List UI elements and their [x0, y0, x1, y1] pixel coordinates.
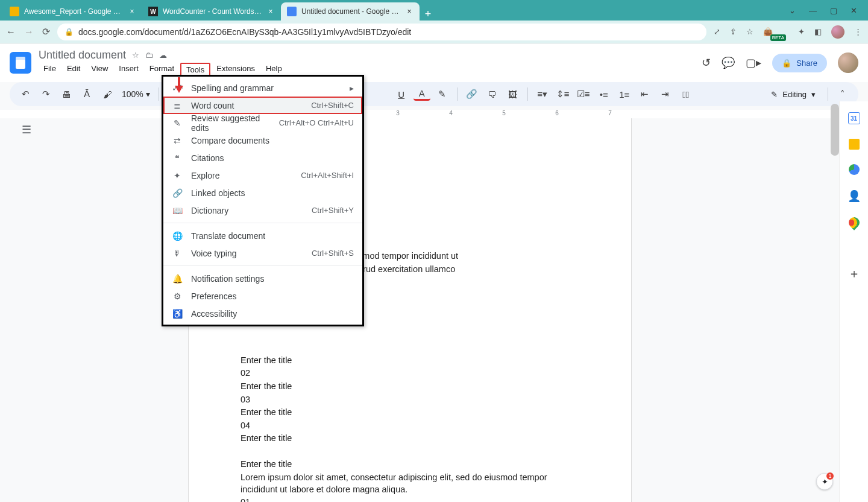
menu-view[interactable]: View: [86, 63, 113, 77]
bookmark-icon[interactable]: ☆: [746, 27, 753, 36]
tools-menu-item[interactable]: 🎙Voice typingCtrl+Shift+S: [163, 244, 362, 262]
outline-toggle-icon[interactable]: ☰: [22, 123, 31, 136]
tools-menu-item[interactable]: ✎Review suggested editsCtrl+Alt+O Ctrl+A…: [163, 114, 362, 132]
tools-menu-item[interactable]: ⇄Compare documents: [163, 132, 362, 149]
history-icon[interactable]: ↺: [702, 56, 711, 69]
align-icon[interactable]: ≡▾: [534, 86, 551, 103]
tools-menu-item[interactable]: ♿Accessibility: [163, 305, 362, 322]
kebab-menu-icon[interactable]: ⋮: [854, 27, 862, 36]
document-line[interactable]: Enter the title: [241, 355, 579, 367]
comments-icon[interactable]: 💬: [722, 56, 735, 69]
cloud-saved-icon[interactable]: ☁: [159, 51, 167, 60]
document-line[interactable]: Enter the title: [241, 459, 579, 471]
bulleted-list-icon[interactable]: •≡: [596, 86, 612, 103]
beta-badge: BETA: [770, 34, 786, 41]
share-url-icon[interactable]: ⇪: [730, 27, 737, 36]
share-button[interactable]: 🔒 Share: [772, 54, 827, 72]
paint-format-icon[interactable]: 🖌: [99, 86, 116, 103]
close-window-icon[interactable]: ✕: [851, 6, 857, 15]
checklist-icon[interactable]: ☑≡: [575, 86, 592, 103]
reload-icon[interactable]: ⟳: [42, 26, 50, 37]
close-icon[interactable]: ×: [405, 7, 414, 16]
line-spacing-icon[interactable]: ⇕≡: [555, 86, 571, 103]
tools-menu-item[interactable]: ❝Citations: [163, 149, 362, 167]
spellcheck-icon[interactable]: Ᾱ: [78, 86, 95, 103]
mode-label: Editing: [782, 90, 807, 99]
forward-icon[interactable]: →: [24, 27, 34, 37]
new-tab-button[interactable]: +: [420, 8, 436, 21]
tools-menu-item[interactable]: 🌐Translate document: [163, 227, 362, 244]
menu-item-icon: ✎: [172, 118, 183, 128]
redo-icon[interactable]: ↷: [37, 86, 54, 103]
document-line[interactable]: 03: [241, 394, 579, 406]
extension-shopping-icon[interactable]: 👜BETA: [763, 27, 788, 36]
tools-menu-item[interactable]: ≣Word countCtrl+Shift+C: [163, 97, 362, 114]
zoom-select[interactable]: 100% ▾: [119, 89, 153, 99]
tools-menu-item[interactable]: 📖DictionaryCtrl+Shift+Y: [163, 202, 362, 219]
document-line[interactable]: Enter the title: [241, 407, 579, 419]
document-line[interactable]: 02: [241, 367, 579, 380]
document-line[interactable]: Enter the title: [241, 433, 579, 445]
url-field[interactable]: 🔒 docs.google.com/document/d/1aZ6ZO6EcnA…: [57, 24, 706, 40]
keep-icon[interactable]: [849, 139, 860, 150]
document-line[interactable]: [241, 446, 579, 458]
vertical-scrollbar[interactable]: [831, 104, 839, 156]
meet-icon[interactable]: ▢▸: [746, 56, 761, 69]
minimize-icon[interactable]: —: [809, 6, 817, 15]
highlight-icon[interactable]: ✎: [434, 86, 451, 103]
close-icon[interactable]: ×: [266, 7, 275, 16]
menu-file[interactable]: File: [39, 63, 61, 77]
profile-avatar[interactable]: [831, 25, 844, 39]
doc-title[interactable]: Untitled document: [39, 49, 126, 62]
sidepanel-icon[interactable]: ◧: [814, 27, 822, 36]
tools-menu-item[interactable]: 🔗Linked objects: [163, 184, 362, 202]
tab-title: Awesome_Report - Google Slides: [24, 7, 123, 16]
star-icon[interactable]: ☆: [132, 51, 139, 60]
maps-icon[interactable]: [846, 215, 861, 230]
extensions-icon[interactable]: ✦: [798, 27, 805, 36]
insert-link-icon[interactable]: 🔗: [464, 86, 480, 103]
maximize-icon[interactable]: ▢: [830, 6, 837, 15]
menu-insert[interactable]: Insert: [114, 63, 143, 77]
browser-tab-slides[interactable]: Awesome_Report - Google Slides ×: [4, 2, 142, 21]
tasks-icon[interactable]: [849, 164, 860, 175]
clear-formatting-icon[interactable]: Ｔ⃠: [678, 86, 694, 103]
collapse-toolbar-icon[interactable]: ˄: [834, 86, 851, 103]
document-line[interactable]: 01: [241, 497, 579, 502]
docs-favicon-icon: [287, 7, 297, 16]
insert-image-icon[interactable]: 🖼: [505, 86, 521, 103]
move-icon[interactable]: 🗀: [145, 51, 153, 60]
menu-edit[interactable]: Edit: [62, 63, 85, 77]
print-icon[interactable]: 🖶: [58, 86, 75, 103]
docs-logo-icon[interactable]: [10, 52, 31, 74]
document-line[interactable]: [241, 342, 579, 354]
document-line[interactable]: Enter the title: [241, 381, 579, 393]
account-avatar[interactable]: [838, 52, 858, 73]
add-addon-icon[interactable]: ＋: [848, 267, 861, 280]
contacts-icon[interactable]: 👤: [848, 189, 861, 203]
increase-indent-icon[interactable]: ⇥: [657, 86, 674, 103]
back-icon[interactable]: ←: [6, 27, 16, 37]
close-icon[interactable]: ×: [128, 7, 136, 16]
tools-menu-item[interactable]: 🔔Notification settings: [163, 270, 362, 287]
decrease-indent-icon[interactable]: ⇤: [637, 86, 653, 103]
undo-icon[interactable]: ↶: [17, 86, 34, 103]
explore-fab[interactable]: ✦ 1: [816, 473, 833, 490]
document-line[interactable]: [241, 329, 579, 341]
document-line[interactable]: Lorem ipsum dolor sit amet, consectetur …: [241, 472, 579, 495]
browser-tab-wordcounter[interactable]: W WordCounter - Count Words & C ×: [142, 2, 281, 21]
tools-menu-item[interactable]: ✦ExploreCtrl+Alt+Shift+I: [163, 167, 362, 184]
insert-comment-icon[interactable]: 🗨: [484, 86, 501, 103]
numbered-list-icon[interactable]: 1≡: [616, 86, 633, 103]
calendar-icon[interactable]: 31: [848, 112, 860, 124]
document-line[interactable]: 04: [241, 420, 579, 432]
text-color-icon[interactable]: A: [414, 87, 430, 101]
tools-menu-item[interactable]: ⚙Preferences: [163, 287, 362, 305]
separator: [159, 87, 159, 101]
underline-icon[interactable]: U: [393, 86, 410, 103]
tools-menu-item[interactable]: ✓ᴬSpelling and grammar▸: [163, 79, 362, 97]
zoom-icon[interactable]: ⤢: [714, 27, 720, 36]
tab-search-icon[interactable]: ⌄: [789, 6, 796, 15]
mode-select[interactable]: ✎ Editing ▾: [765, 90, 822, 99]
browser-tab-docs[interactable]: Untitled document - Google Doc ×: [281, 2, 420, 21]
